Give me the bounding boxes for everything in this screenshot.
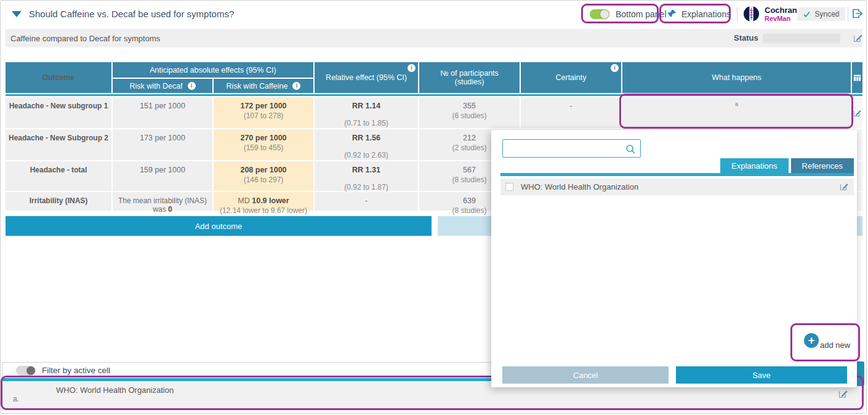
tab-references[interactable]: References bbox=[791, 158, 854, 173]
tab-explanations[interactable]: Explanations bbox=[720, 158, 788, 173]
revman-sof-window: Should Caffeine vs. Decaf be used for sy… bbox=[0, 0, 867, 414]
relative-effect-cell[interactable]: - bbox=[315, 192, 418, 211]
export-icon[interactable] bbox=[851, 7, 864, 20]
toolbar-divider bbox=[848, 7, 848, 22]
comparison-subtitle-bar: Caffeine compared to Decaf for symptoms … bbox=[6, 29, 862, 47]
relative-effect-cell[interactable]: RR 1.14(0.71 to 1.85) bbox=[315, 97, 418, 128]
info-icon[interactable]: i bbox=[292, 82, 300, 90]
add-outcome-button[interactable]: Add outcome bbox=[6, 216, 432, 236]
risk-caffeine-cell[interactable]: 172 per 1000(107 to 278) bbox=[214, 97, 313, 128]
filter-by-active-cell-label: Filter by active cell bbox=[42, 366, 110, 375]
explanation-checkbox[interactable] bbox=[505, 183, 513, 191]
page-title: Should Caffeine vs. Decaf be used for sy… bbox=[29, 9, 234, 19]
risk-caffeine-cell[interactable]: 208 per 1000(146 to 297) bbox=[214, 161, 313, 191]
info-icon[interactable]: i bbox=[611, 64, 619, 72]
explanation-label: WHO: World Health Organization bbox=[521, 182, 638, 191]
col-header-what-happens[interactable]: What happens bbox=[622, 62, 851, 93]
add-new-button[interactable]: + add new bbox=[804, 333, 850, 350]
table-row: Headache - New subgroup 1 151 per 1000 1… bbox=[6, 97, 862, 128]
footnote-id: a. bbox=[13, 395, 19, 403]
modal-accent-bar bbox=[500, 173, 854, 176]
column-settings-icon[interactable] bbox=[852, 62, 862, 93]
search-input[interactable] bbox=[503, 140, 640, 157]
toolbar-divider bbox=[737, 7, 737, 22]
pin-icon bbox=[667, 9, 677, 19]
col-header-participants[interactable]: № of participants(studies) bbox=[419, 62, 520, 93]
explanations-button-label: Explanations bbox=[681, 9, 731, 19]
plus-icon: + bbox=[804, 333, 819, 348]
col-header-relative-effect[interactable]: Relative effect (95% CI)i bbox=[315, 62, 418, 93]
collapse-caret-icon[interactable] bbox=[12, 11, 22, 17]
col-header-risk-caffeine[interactable]: Risk with Caffeinei bbox=[214, 79, 313, 93]
add-new-label: add new bbox=[820, 340, 850, 350]
sync-status-badge: Synced bbox=[797, 7, 845, 21]
save-button[interactable]: Save bbox=[676, 366, 847, 384]
bottom-panel-toggle[interactable] bbox=[590, 9, 609, 19]
outcome-cell[interactable]: Headache - New Subgroup 2 bbox=[6, 129, 111, 160]
relative-effect-cell[interactable]: RR 1.56(0.92 to 2.63) bbox=[315, 129, 418, 160]
modal-search-box bbox=[502, 139, 641, 158]
col-header-absolute-effects[interactable]: Anticipated absolute effects (95% CI) bbox=[113, 62, 313, 78]
outcome-cell[interactable]: Irritability (INAS) bbox=[6, 192, 111, 211]
search-icon[interactable] bbox=[625, 143, 636, 157]
edit-status-icon[interactable] bbox=[853, 33, 863, 43]
explanations-button[interactable]: Explanations bbox=[667, 9, 731, 19]
outcome-cell[interactable]: Headache - total bbox=[6, 161, 111, 191]
brand-product: RevMan bbox=[765, 15, 802, 22]
header-accent-bar bbox=[6, 94, 862, 96]
col-header-certainty[interactable]: Certaintyi bbox=[521, 62, 621, 93]
outcome-cell[interactable]: Headache - New subgroup 1 bbox=[6, 97, 111, 128]
col-header-risk-decaf[interactable]: Risk with Decafi bbox=[113, 79, 212, 93]
bottom-panel-toggle-label: Bottom panel bbox=[616, 9, 667, 19]
risk-decaf-cell[interactable]: 173 per 1000 bbox=[113, 129, 212, 160]
cancel-button[interactable]: Cancel bbox=[502, 366, 669, 384]
edit-footnote-icon[interactable] bbox=[838, 389, 848, 399]
check-icon bbox=[803, 10, 811, 18]
what-happens-cell[interactable]: a bbox=[622, 97, 851, 128]
status-value-placeholder bbox=[763, 34, 840, 43]
risk-decaf-cell[interactable]: The mean irritability (INAS) was 0 bbox=[113, 192, 212, 211]
explanation-list-item[interactable]: WHO: World Health Organization bbox=[500, 179, 854, 195]
participants-cell[interactable]: 355(6 studies) bbox=[419, 97, 520, 128]
toggle-knob bbox=[26, 366, 35, 375]
risk-decaf-cell[interactable]: 151 per 1000 bbox=[113, 97, 212, 128]
footnote-text: WHO: World Health Organization bbox=[56, 385, 174, 395]
risk-caffeine-cell[interactable]: MD 10.9 lower(12.14 lower to 9.67 lower) bbox=[214, 192, 313, 211]
top-toolbar: Should Caffeine vs. Decaf be used for sy… bbox=[1, 1, 866, 28]
col-header-outcome[interactable]: Outcome bbox=[6, 62, 111, 93]
certainty-cell[interactable]: - bbox=[521, 97, 621, 128]
cochrane-revman-logo: Cochrane RevMan bbox=[743, 6, 802, 22]
relative-effect-cell[interactable]: RR 1.31(0.92 to 1.87) bbox=[315, 161, 418, 191]
info-icon[interactable]: i bbox=[408, 64, 416, 72]
brand-name: Cochrane bbox=[765, 6, 802, 15]
sync-status-text: Synced bbox=[814, 10, 839, 18]
risk-caffeine-cell[interactable]: 270 per 1000(159 to 455) bbox=[214, 129, 313, 160]
status-label: Status bbox=[734, 33, 758, 42]
edit-explanation-icon[interactable] bbox=[839, 182, 849, 191]
filter-by-active-cell-toggle[interactable] bbox=[16, 366, 36, 376]
edit-row-icon[interactable] bbox=[852, 97, 862, 128]
bottom-panel-toggle-group: Bottom panel bbox=[590, 9, 667, 19]
info-icon[interactable]: i bbox=[188, 82, 196, 90]
risk-decaf-cell[interactable]: 159 per 1000 bbox=[113, 161, 212, 191]
table-header: Outcome Anticipated absolute effects (95… bbox=[6, 62, 862, 93]
cochrane-logo-icon bbox=[743, 6, 760, 22]
modal-tabs: Explanations References bbox=[720, 158, 854, 173]
explanations-modal: Explanations References WHO: World Healt… bbox=[491, 130, 857, 387]
comparison-subtitle: Caffeine compared to Decaf for symptoms bbox=[10, 34, 160, 43]
toggle-knob bbox=[600, 10, 609, 18]
